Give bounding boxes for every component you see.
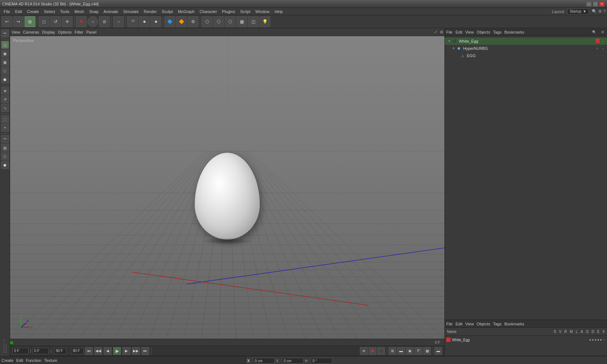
menu-create[interactable]: Create xyxy=(25,9,41,14)
om-menu-edit[interactable]: Edit xyxy=(456,30,462,34)
coord-h[interactable] xyxy=(311,358,332,364)
menu-help[interactable]: Help xyxy=(272,9,285,14)
mat-menu-file[interactable]: File xyxy=(446,322,453,326)
left-btn-sculpt2[interactable]: ⬡ xyxy=(1,152,9,160)
current-frame-field[interactable] xyxy=(33,348,49,354)
mat-icon5[interactable]: ● xyxy=(600,338,602,342)
tool-camera[interactable]: ◫ xyxy=(248,16,259,27)
tool-render2[interactable]: 🔶 xyxy=(176,16,187,27)
menu-file[interactable]: File xyxy=(1,9,12,14)
btn-to-end[interactable]: ⏭ xyxy=(141,347,149,355)
search-icon[interactable]: 🔍 xyxy=(592,9,597,14)
btn-timeline-view[interactable]: ▬ xyxy=(434,347,442,355)
left-btn-misc[interactable]: ⬣ xyxy=(1,161,9,169)
tool-anim1[interactable]: 🎬 xyxy=(127,16,138,27)
left-btn-sel2[interactable]: ⌖ xyxy=(1,124,9,132)
coord-x-pos[interactable] xyxy=(253,358,275,364)
mp-menu-texture[interactable]: Texture xyxy=(44,358,57,363)
tool-arrow[interactable]: → xyxy=(113,16,124,27)
tool-obj3[interactable]: ⬡ xyxy=(225,16,236,27)
menu-select[interactable]: Select xyxy=(42,9,57,14)
left-btn-paint[interactable]: ▧ xyxy=(1,144,9,152)
vp-icon2[interactable]: ⊞ xyxy=(440,30,443,34)
obj-check-hypernurbs[interactable]: ✓ xyxy=(595,46,600,51)
tool-obj2[interactable]: ⬡ xyxy=(213,16,224,27)
tool-anim3[interactable]: ⏺ xyxy=(150,16,161,27)
menu-mesh[interactable]: Mesh xyxy=(72,9,86,14)
tool-z[interactable]: ⊘ xyxy=(99,16,110,27)
btn-next-key[interactable]: ▶▶ xyxy=(132,347,140,355)
tool-anim2[interactable]: ⏺ xyxy=(139,16,150,27)
left-btn-spline[interactable]: 〜 xyxy=(1,135,9,143)
object-row-hypernurbs[interactable]: ▼ ⬟ HyperNURBS ✓ • xyxy=(445,45,607,52)
vp-menu-cameras[interactable]: Cameras xyxy=(23,30,39,34)
left-btn-camera[interactable]: 📷 xyxy=(1,30,9,38)
menu-script[interactable]: Script xyxy=(238,9,253,14)
menu-plugins[interactable]: Plugins xyxy=(220,9,237,14)
om-menu-file[interactable]: File xyxy=(446,30,453,34)
left-btn-sel1[interactable]: ⬚ xyxy=(1,115,9,123)
menu-render[interactable]: Render xyxy=(142,9,159,14)
left-btn-texture[interactable]: ▦ xyxy=(1,58,9,66)
obj-dot3[interactable]: · xyxy=(600,53,606,58)
menu-snap[interactable]: Snap xyxy=(87,9,101,14)
menu-window[interactable]: Window xyxy=(253,9,272,14)
btn-play[interactable]: ▶ xyxy=(113,347,121,355)
btn-record[interactable]: ⏺ xyxy=(360,347,368,355)
tool-x[interactable]: ✕ xyxy=(76,16,87,27)
left-btn-rotate[interactable]: ↺ xyxy=(1,95,9,103)
btn-loop[interactable]: ⊞ xyxy=(388,347,396,355)
tool-y[interactable]: ○ xyxy=(87,16,98,27)
tool-redo[interactable]: ↪ xyxy=(13,16,24,27)
vp-icon1[interactable]: ⤢ xyxy=(434,30,437,34)
obj-color-white-egg[interactable] xyxy=(595,39,600,43)
obj-dot-hypernurbs[interactable]: • xyxy=(600,46,606,51)
minimize-button[interactable]: ─ xyxy=(586,1,592,7)
vp-menu-options[interactable]: Options xyxy=(58,30,72,34)
btn-auto-key[interactable]: ⚫ xyxy=(377,347,385,355)
left-btn-model[interactable]: ◻ xyxy=(1,41,9,49)
om-menu-tags[interactable]: Tags xyxy=(493,30,501,34)
layout-dropdown[interactable]: Startup ▼ xyxy=(567,9,589,14)
mat-menu-view[interactable]: View xyxy=(465,322,474,326)
help-icon[interactable]: ? xyxy=(603,9,606,14)
obj-expand-arrow-nurbs[interactable]: ▼ xyxy=(452,47,455,50)
close-button[interactable]: ✕ xyxy=(599,1,605,7)
menu-character[interactable]: Character xyxy=(197,9,219,14)
mp-menu-create[interactable]: Create xyxy=(1,358,13,363)
menu-mograph[interactable]: MoGraph xyxy=(176,9,197,14)
timeline-ruler[interactable] xyxy=(12,339,432,346)
menu-tools[interactable]: Tools xyxy=(58,9,72,14)
mat-icon2[interactable]: ● xyxy=(592,338,594,342)
tool-scale[interactable]: ✛ xyxy=(62,16,73,27)
menu-edit[interactable]: Edit xyxy=(13,9,24,14)
tool-rotate[interactable]: ↺ xyxy=(50,16,61,27)
menu-animate[interactable]: Animate xyxy=(102,9,120,14)
om-menu-bookmarks[interactable]: Bookmarks xyxy=(504,30,524,34)
left-btn-edit[interactable]: ▣ xyxy=(1,49,9,57)
btn-motion2[interactable]: ▦ xyxy=(423,347,431,355)
object-row-white-egg[interactable]: ▼ ⬛ White_Egg • xyxy=(445,38,607,45)
maximize-button[interactable]: □ xyxy=(593,1,598,7)
tool-render1[interactable]: 🔷 xyxy=(164,16,175,27)
obj-dot2[interactable]: · xyxy=(595,53,600,58)
om-search-icon[interactable]: 🔍 xyxy=(591,29,597,35)
mat-menu-objects[interactable]: Objects xyxy=(477,322,490,326)
tool-undo[interactable]: ↩ xyxy=(1,16,12,27)
btn-prev-frame[interactable]: ◀ xyxy=(104,347,112,355)
left-btn-scale[interactable]: ⤡ xyxy=(1,104,9,112)
material-row-white-egg[interactable]: White_Egg ● ● ● ● ● ✕ xyxy=(445,336,607,344)
btn-key-frame[interactable]: ◉ xyxy=(406,347,414,355)
fps-field2[interactable] xyxy=(71,348,83,354)
om-settings-icon[interactable]: ⚙ xyxy=(600,29,606,35)
btn-range[interactable]: ▬ xyxy=(397,347,405,355)
obj-expand-arrow-egg[interactable]: ▼ xyxy=(448,39,451,43)
mat-menu-bookmarks[interactable]: Bookmarks xyxy=(504,322,524,326)
menu-sculpt[interactable]: Sculpt xyxy=(160,9,175,14)
left-btn-bp[interactable]: ⬢ xyxy=(1,75,9,83)
vp-menu-view[interactable]: View xyxy=(12,30,20,34)
timeline[interactable]: 0 F xyxy=(10,339,444,346)
settings-icon[interactable]: ⚙ xyxy=(598,9,602,14)
obj-dot1[interactable]: • xyxy=(600,39,606,44)
object-row-egg[interactable]: ▶ △ EGG · · xyxy=(445,52,607,59)
